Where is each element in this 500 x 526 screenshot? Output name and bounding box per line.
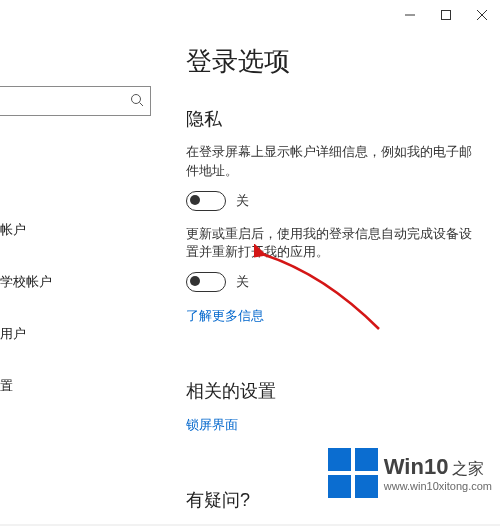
learn-more-link[interactable]: 了解更多信息 — [186, 308, 264, 325]
privacy-desc-1: 在登录屏幕上显示帐户详细信息，例如我的电子邮件地址。 — [186, 143, 476, 181]
settings-window: 帐户 学校帐户 用户 置 登录选项 隐私 在登录屏幕上显示帐户详细信息，例如我的… — [0, 0, 500, 524]
privacy-desc-2: 更新或重启后，使用我的登录信息自动完成设备设置并重新打开我的应用。 — [186, 225, 476, 263]
maximize-icon — [441, 10, 451, 20]
privacy-heading: 隐私 — [186, 107, 488, 131]
watermark-url: www.win10xitong.com — [384, 480, 492, 492]
watermark-suffix: 之家 — [452, 460, 484, 477]
lock-screen-link[interactable]: 锁屏界面 — [186, 417, 238, 434]
sidebar-item-users[interactable]: 用户 — [0, 316, 176, 352]
watermark-text: Win10之家 www.win10xitong.com — [384, 454, 492, 492]
sidebar-item-label: 置 — [0, 377, 13, 395]
sidebar-item-school-account[interactable]: 学校帐户 — [0, 264, 176, 300]
privacy-toggle-1-state: 关 — [236, 192, 249, 210]
sidebar-item-label: 用户 — [0, 325, 26, 343]
svg-rect-1 — [442, 11, 451, 20]
watermark-brand: Win10 — [384, 454, 449, 479]
svg-line-5 — [140, 103, 144, 107]
privacy-toggle-1[interactable] — [186, 191, 226, 211]
windows-logo-icon — [328, 448, 378, 498]
svg-point-4 — [132, 95, 141, 104]
sidebar-item-label: 帐户 — [0, 221, 26, 239]
sidebar-item-account[interactable]: 帐户 — [0, 212, 176, 248]
privacy-toggle-1-row: 关 — [186, 191, 488, 211]
search-box[interactable] — [0, 86, 151, 116]
sidebar: 帐户 学校帐户 用户 置 — [0, 0, 176, 524]
minimize-icon — [405, 10, 415, 20]
sidebar-item-settings[interactable]: 置 — [0, 368, 176, 404]
sidebar-item-label: 学校帐户 — [0, 273, 52, 291]
toggle-knob — [190, 195, 200, 205]
search-input[interactable] — [0, 87, 128, 113]
privacy-toggle-2-state: 关 — [236, 273, 249, 291]
page-title: 登录选项 — [186, 44, 488, 79]
related-heading: 相关的设置 — [186, 379, 488, 403]
watermark: Win10之家 www.win10xitong.com — [328, 448, 492, 498]
privacy-toggle-2[interactable] — [186, 272, 226, 292]
search-icon — [130, 93, 144, 111]
close-icon — [477, 10, 487, 20]
privacy-toggle-2-row: 关 — [186, 272, 488, 292]
toggle-knob — [190, 276, 200, 286]
